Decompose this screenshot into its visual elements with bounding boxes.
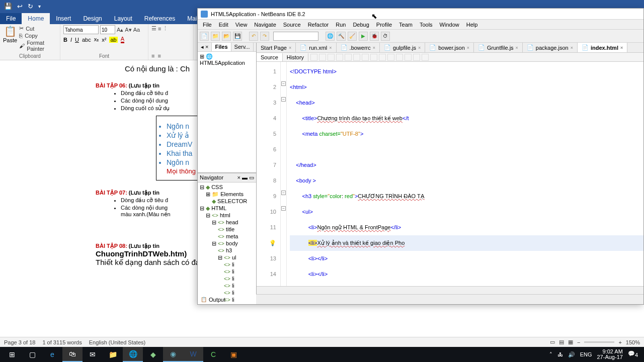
menu-source[interactable]: Source bbox=[280, 21, 304, 29]
ed-tool-icon[interactable] bbox=[379, 54, 386, 61]
undo-icon[interactable]: ↩ bbox=[17, 3, 23, 10]
netbeans-taskbar-icon[interactable]: ◉ bbox=[163, 347, 183, 362]
view-print-icon[interactable]: ▤ bbox=[559, 339, 564, 345]
status-words[interactable]: 1 of 3115 words bbox=[42, 339, 82, 345]
projects-tab-x[interactable]: ◂ × bbox=[198, 43, 212, 51]
tab-run-xml[interactable]: 📄run.xml× bbox=[296, 43, 336, 52]
paste-button[interactable]: 📋Paste bbox=[3, 25, 17, 52]
menu-tools[interactable]: Tools bbox=[417, 21, 436, 29]
tab-package-json[interactable]: 📄package.json× bbox=[523, 43, 578, 52]
menu-team[interactable]: Team bbox=[396, 21, 416, 29]
menu-refactor[interactable]: Refactor bbox=[305, 21, 332, 29]
tab-index-html[interactable]: 📄index.html× bbox=[578, 43, 627, 52]
profile-icon[interactable]: ⏱ bbox=[381, 32, 390, 41]
tab-home[interactable]: Home bbox=[22, 13, 50, 24]
tab-start-page[interactable]: Start Page× bbox=[257, 43, 296, 52]
camtasia-icon[interactable]: ▣ bbox=[223, 347, 244, 362]
tab-files[interactable]: Files bbox=[212, 43, 231, 51]
align-center-icon[interactable]: ≡ bbox=[157, 53, 160, 59]
superscript-button[interactable]: x² bbox=[102, 37, 106, 43]
task-view-icon[interactable]: ▢ bbox=[22, 347, 42, 362]
menu-view[interactable]: View bbox=[232, 21, 251, 29]
ed-tool-icon[interactable] bbox=[422, 54, 429, 61]
tray-network-icon[interactable]: 🖧 bbox=[557, 351, 563, 357]
shrink-font-icon[interactable]: A▾ bbox=[125, 27, 131, 33]
format-painter-button[interactable]: 🖌Format Painter bbox=[19, 40, 57, 52]
redo-icon[interactable]: ↻ bbox=[28, 3, 33, 10]
start-button[interactable]: ⊞ bbox=[2, 347, 22, 362]
config-select[interactable] bbox=[273, 32, 318, 41]
new-file-icon[interactable]: 📄 bbox=[200, 32, 209, 41]
tab-file[interactable]: File bbox=[0, 13, 22, 24]
menu-help[interactable]: Help bbox=[463, 21, 481, 29]
navigator-tree[interactable]: ⊟ ◆ CSS ⊞ 📁 Elements ◆ SELECTOR ⊟ ◆ HTML… bbox=[198, 183, 256, 304]
status-language[interactable]: English (United States) bbox=[89, 339, 146, 345]
mail-icon[interactable]: ✉ bbox=[83, 347, 103, 362]
menu-edit[interactable]: Edit bbox=[216, 21, 231, 29]
explorer-icon[interactable]: 📁 bbox=[103, 347, 123, 362]
netbeans-titlebar[interactable]: HTML5Application - NetBeans IDE 8.2 bbox=[198, 9, 643, 20]
tab-insert[interactable]: Insert bbox=[50, 13, 77, 24]
ed-tool-icon[interactable] bbox=[328, 54, 335, 61]
tab-bower-json[interactable]: 📄bower.json× bbox=[425, 43, 474, 52]
word-taskbar-icon[interactable]: W bbox=[183, 347, 203, 362]
ed-tool-icon[interactable] bbox=[413, 54, 420, 61]
save-all-icon[interactable]: 💾 bbox=[233, 32, 242, 41]
underline-button[interactable]: U bbox=[75, 37, 79, 43]
qat-more-icon[interactable]: ▾ bbox=[38, 4, 41, 9]
fold-gutter[interactable]: − − − − bbox=[281, 62, 287, 286]
tab-services[interactable]: Serv... bbox=[231, 43, 254, 51]
tray-volume-icon[interactable]: 🔊 bbox=[568, 351, 575, 358]
chrome-icon[interactable]: 🌐 bbox=[123, 347, 143, 362]
save-icon[interactable]: 💾 bbox=[4, 3, 12, 10]
code-content[interactable]: <!DOCTYPE html> <html> <head> <title>Chư… bbox=[287, 62, 643, 286]
edge-icon[interactable]: e bbox=[42, 347, 62, 362]
font-color-button[interactable]: A bbox=[121, 36, 124, 43]
ed-tool-icon[interactable] bbox=[405, 54, 412, 61]
menu-profile[interactable]: Profile bbox=[373, 21, 395, 29]
tray-language[interactable]: ENG bbox=[580, 351, 592, 357]
output-panel-tab[interactable]: 📋 Output bbox=[198, 294, 643, 304]
view-web-icon[interactable]: ▦ bbox=[568, 339, 573, 345]
align-left-icon[interactable]: ≡ bbox=[151, 53, 154, 59]
debug-icon[interactable]: 🐞 bbox=[370, 32, 379, 41]
redo-icon[interactable]: ↷ bbox=[260, 32, 269, 41]
status-page[interactable]: Page 3 of 18 bbox=[4, 339, 35, 345]
undo-icon[interactable]: ↶ bbox=[249, 32, 258, 41]
store-icon[interactable]: 🛍 bbox=[62, 347, 83, 362]
project-tree[interactable]: ⊞ 🌐 HTML5Application bbox=[198, 52, 256, 172]
tray-notifications-icon[interactable]: 💬4 bbox=[628, 350, 638, 358]
font-size-select[interactable] bbox=[100, 25, 115, 34]
ed-tool-icon[interactable] bbox=[362, 54, 369, 61]
copy-button[interactable]: ⎘Copy bbox=[19, 33, 57, 39]
highlight-button[interactable]: ab bbox=[109, 37, 117, 43]
change-case-icon[interactable]: Aa bbox=[133, 27, 140, 33]
app-icon[interactable]: ◆ bbox=[143, 347, 163, 362]
ed-tool-icon[interactable] bbox=[387, 54, 394, 61]
new-project-icon[interactable]: 📁 bbox=[211, 32, 220, 41]
view-read-icon[interactable]: ▭ bbox=[550, 339, 555, 345]
zoom-level[interactable]: 150% bbox=[626, 339, 640, 345]
navigator-close-icon[interactable]: × ▬ ▭ bbox=[237, 174, 254, 181]
tab-bowerrc[interactable]: 📄.bowerrc× bbox=[337, 43, 380, 52]
tray-clock[interactable]: 9:02 AM27-Aug-17 bbox=[597, 349, 623, 360]
menu-debug[interactable]: Debug bbox=[350, 21, 372, 29]
run-icon[interactable]: ▶ bbox=[359, 32, 368, 41]
bullets-icon[interactable]: ☰ bbox=[151, 25, 156, 32]
ed-tool-icon[interactable] bbox=[336, 54, 343, 61]
build-icon[interactable]: 🔨 bbox=[337, 32, 346, 41]
numbering-icon[interactable]: ≡ bbox=[158, 26, 161, 32]
tab-layout[interactable]: Layout bbox=[108, 13, 138, 24]
ed-tool-icon[interactable] bbox=[319, 54, 326, 61]
tab-references[interactable]: References bbox=[138, 13, 181, 24]
zoom-out-icon[interactable]: − bbox=[577, 339, 580, 345]
menu-file[interactable]: File bbox=[200, 21, 215, 29]
open-icon[interactable]: 📂 bbox=[222, 32, 231, 41]
italic-button[interactable]: I bbox=[70, 37, 72, 43]
subtab-history[interactable]: History bbox=[283, 53, 308, 61]
ed-tool-icon[interactable] bbox=[345, 54, 352, 61]
ed-tool-icon[interactable] bbox=[370, 54, 377, 61]
subscript-button[interactable]: x₂ bbox=[94, 36, 99, 43]
tab-gruntfile[interactable]: 📄Gruntfile.js× bbox=[474, 43, 523, 52]
ed-tool-icon[interactable] bbox=[353, 54, 360, 61]
